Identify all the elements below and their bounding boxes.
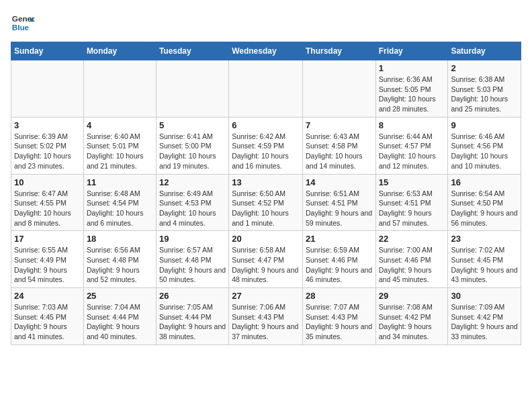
calendar-cell: 14Sunrise: 6:51 AM Sunset: 4:51 PM Dayli… (302, 174, 375, 231)
day-info: Sunrise: 6:42 AM Sunset: 4:59 PM Dayligh… (232, 132, 300, 171)
day-number: 27 (232, 291, 300, 301)
calendar-header-row: SundayMondayTuesdayWednesdayThursdayFrid… (11, 42, 521, 60)
calendar-cell: 7Sunrise: 6:43 AM Sunset: 4:58 PM Daylig… (302, 117, 375, 174)
calendar-cell: 22Sunrise: 7:00 AM Sunset: 4:46 PM Dayli… (375, 231, 448, 288)
calendar-table: SundayMondayTuesdayWednesdayThursdayFrid… (11, 42, 521, 345)
day-number: 13 (232, 177, 300, 187)
calendar-cell: 5Sunrise: 6:41 AM Sunset: 5:00 PM Daylig… (156, 117, 228, 174)
day-info: Sunrise: 7:04 AM Sunset: 4:44 PM Dayligh… (87, 302, 153, 342)
day-info: Sunrise: 6:58 AM Sunset: 4:47 PM Dayligh… (232, 245, 300, 285)
day-number: 19 (159, 234, 226, 244)
day-info: Sunrise: 6:48 AM Sunset: 4:54 PM Dayligh… (87, 189, 153, 228)
day-number: 3 (14, 120, 81, 130)
calendar-cell (302, 60, 375, 118)
weekday-header-friday: Friday (375, 42, 448, 60)
calendar-week-4: 17Sunrise: 6:55 AM Sunset: 4:49 PM Dayli… (11, 231, 521, 288)
calendar-cell: 21Sunrise: 6:59 AM Sunset: 4:46 PM Dayli… (302, 231, 375, 288)
calendar-cell: 17Sunrise: 6:55 AM Sunset: 4:49 PM Dayli… (11, 231, 84, 288)
day-info: Sunrise: 7:06 AM Sunset: 4:43 PM Dayligh… (232, 302, 300, 342)
day-number: 14 (306, 177, 373, 187)
calendar-cell: 11Sunrise: 6:48 AM Sunset: 4:54 PM Dayli… (83, 174, 156, 231)
logo-icon: General Blue (11, 11, 35, 35)
day-info: Sunrise: 6:55 AM Sunset: 4:49 PM Dayligh… (14, 245, 81, 285)
calendar-cell: 13Sunrise: 6:50 AM Sunset: 4:52 PM Dayli… (229, 174, 303, 231)
weekday-header-sunday: Sunday (11, 42, 84, 60)
calendar-cell: 24Sunrise: 7:03 AM Sunset: 4:45 PM Dayli… (11, 288, 84, 345)
day-number: 10 (14, 177, 81, 187)
day-info: Sunrise: 6:49 AM Sunset: 4:53 PM Dayligh… (159, 189, 226, 228)
day-info: Sunrise: 6:44 AM Sunset: 4:57 PM Dayligh… (379, 132, 445, 171)
calendar-cell: 27Sunrise: 7:06 AM Sunset: 4:43 PM Dayli… (229, 288, 303, 345)
calendar-body: 1Sunrise: 6:36 AM Sunset: 5:05 PM Daylig… (11, 60, 521, 345)
day-info: Sunrise: 6:56 AM Sunset: 4:48 PM Dayligh… (87, 245, 153, 285)
day-number: 25 (87, 291, 153, 301)
day-info: Sunrise: 6:36 AM Sunset: 5:05 PM Dayligh… (379, 75, 445, 114)
calendar-cell: 9Sunrise: 6:46 AM Sunset: 4:56 PM Daylig… (448, 117, 521, 174)
day-number: 9 (451, 120, 518, 130)
weekday-header-thursday: Thursday (302, 42, 375, 60)
logo: General Blue (11, 11, 35, 35)
calendar-cell (156, 60, 228, 118)
calendar-cell: 29Sunrise: 7:08 AM Sunset: 4:42 PM Dayli… (375, 288, 448, 345)
day-info: Sunrise: 7:03 AM Sunset: 4:45 PM Dayligh… (14, 302, 81, 342)
calendar-week-2: 3Sunrise: 6:39 AM Sunset: 5:02 PM Daylig… (11, 117, 521, 174)
day-number: 17 (14, 234, 81, 244)
day-number: 7 (306, 120, 373, 130)
weekday-header-saturday: Saturday (448, 42, 521, 60)
day-info: Sunrise: 6:51 AM Sunset: 4:51 PM Dayligh… (306, 189, 373, 228)
day-info: Sunrise: 6:43 AM Sunset: 4:58 PM Dayligh… (306, 132, 373, 171)
weekday-header-tuesday: Tuesday (156, 42, 228, 60)
calendar-cell: 4Sunrise: 6:40 AM Sunset: 5:01 PM Daylig… (83, 117, 156, 174)
day-number: 8 (379, 120, 445, 130)
calendar-cell (229, 60, 303, 118)
calendar-cell: 3Sunrise: 6:39 AM Sunset: 5:02 PM Daylig… (11, 117, 84, 174)
day-number: 21 (306, 234, 373, 244)
day-info: Sunrise: 6:41 AM Sunset: 5:00 PM Dayligh… (159, 132, 226, 171)
day-number: 23 (451, 234, 518, 244)
calendar-cell: 2Sunrise: 6:38 AM Sunset: 5:03 PM Daylig… (448, 60, 521, 118)
day-info: Sunrise: 6:38 AM Sunset: 5:03 PM Dayligh… (451, 75, 518, 114)
day-info: Sunrise: 6:40 AM Sunset: 5:01 PM Dayligh… (87, 132, 153, 171)
day-info: Sunrise: 7:09 AM Sunset: 4:42 PM Dayligh… (451, 302, 518, 342)
day-number: 20 (232, 234, 300, 244)
calendar-cell: 16Sunrise: 6:54 AM Sunset: 4:50 PM Dayli… (448, 174, 521, 231)
day-number: 24 (14, 291, 81, 301)
day-number: 4 (87, 120, 153, 130)
day-info: Sunrise: 7:08 AM Sunset: 4:42 PM Dayligh… (379, 302, 445, 342)
day-info: Sunrise: 6:46 AM Sunset: 4:56 PM Dayligh… (451, 132, 518, 171)
calendar-week-5: 24Sunrise: 7:03 AM Sunset: 4:45 PM Dayli… (11, 288, 521, 345)
day-number: 15 (379, 177, 445, 187)
calendar-cell (83, 60, 156, 118)
svg-text:Blue: Blue (12, 23, 30, 32)
day-number: 1 (379, 63, 445, 73)
day-number: 16 (451, 177, 518, 187)
day-number: 6 (232, 120, 300, 130)
calendar-cell: 8Sunrise: 6:44 AM Sunset: 4:57 PM Daylig… (375, 117, 448, 174)
day-number: 30 (451, 291, 518, 301)
calendar-cell: 28Sunrise: 7:07 AM Sunset: 4:43 PM Dayli… (302, 288, 375, 345)
day-info: Sunrise: 6:57 AM Sunset: 4:48 PM Dayligh… (159, 245, 226, 285)
day-number: 2 (451, 63, 518, 73)
day-info: Sunrise: 7:05 AM Sunset: 4:44 PM Dayligh… (159, 302, 226, 342)
calendar-cell (11, 60, 84, 118)
weekday-header-monday: Monday (83, 42, 156, 60)
day-number: 29 (379, 291, 445, 301)
calendar-cell: 15Sunrise: 6:53 AM Sunset: 4:51 PM Dayli… (375, 174, 448, 231)
calendar-cell: 1Sunrise: 6:36 AM Sunset: 5:05 PM Daylig… (375, 60, 448, 118)
calendar-week-3: 10Sunrise: 6:47 AM Sunset: 4:55 PM Dayli… (11, 174, 521, 231)
calendar-week-1: 1Sunrise: 6:36 AM Sunset: 5:05 PM Daylig… (11, 60, 521, 118)
day-info: Sunrise: 6:50 AM Sunset: 4:52 PM Dayligh… (232, 189, 300, 228)
calendar-cell: 30Sunrise: 7:09 AM Sunset: 4:42 PM Dayli… (448, 288, 521, 345)
calendar-cell: 23Sunrise: 7:02 AM Sunset: 4:45 PM Dayli… (448, 231, 521, 288)
day-number: 11 (87, 177, 153, 187)
calendar-cell: 12Sunrise: 6:49 AM Sunset: 4:53 PM Dayli… (156, 174, 228, 231)
page-header: General Blue (11, 11, 521, 35)
day-info: Sunrise: 7:02 AM Sunset: 4:45 PM Dayligh… (451, 245, 518, 285)
day-info: Sunrise: 6:54 AM Sunset: 4:50 PM Dayligh… (451, 189, 518, 228)
calendar-cell: 18Sunrise: 6:56 AM Sunset: 4:48 PM Dayli… (83, 231, 156, 288)
day-info: Sunrise: 6:39 AM Sunset: 5:02 PM Dayligh… (14, 132, 81, 171)
calendar-cell: 6Sunrise: 6:42 AM Sunset: 4:59 PM Daylig… (229, 117, 303, 174)
day-number: 22 (379, 234, 445, 244)
day-number: 18 (87, 234, 153, 244)
calendar-cell: 19Sunrise: 6:57 AM Sunset: 4:48 PM Dayli… (156, 231, 228, 288)
